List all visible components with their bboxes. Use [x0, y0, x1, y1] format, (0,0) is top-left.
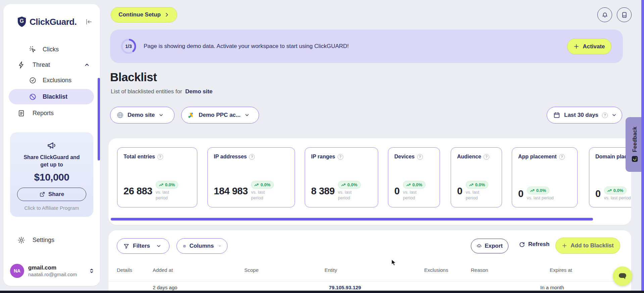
- trend-up-icon: [469, 183, 474, 187]
- banner-message: Page is showing demo data. Activate your…: [144, 30, 349, 63]
- chevron-down-icon: [244, 112, 250, 118]
- trend-badge: 0.0%: [338, 181, 361, 189]
- activate-button[interactable]: Activate: [567, 39, 611, 54]
- filter-funnel-icon: [123, 243, 130, 249]
- account-switcher[interactable]: NA gmail.com naatali.ro@gmail.com: [10, 264, 95, 278]
- collapse-sidebar-icon[interactable]: [85, 18, 93, 26]
- stat-value: 0: [595, 188, 601, 199]
- feedback-smiley-icon: [631, 155, 638, 162]
- sidebar-item-label: Blacklist: [43, 93, 67, 100]
- stat-label: Audience: [457, 154, 481, 160]
- add-to-blacklist-button[interactable]: Add to Blacklist: [555, 238, 620, 254]
- cell-expires-at: In a month: [540, 285, 564, 290]
- sidebar-item-label: Reports: [33, 110, 54, 117]
- stats-horizontal-scrollbar[interactable]: [111, 218, 593, 221]
- filters-button[interactable]: Filters: [117, 238, 169, 254]
- sidebar-item-threat[interactable]: Threat: [3, 57, 100, 72]
- stat-caption: vs. last period: [156, 190, 181, 201]
- notifications-button[interactable]: [597, 7, 612, 22]
- trend-value: 0.0%: [613, 188, 624, 193]
- ppc-account-selector[interactable]: Demo PPC ac...: [181, 107, 259, 124]
- stat-caption: vs. last period: [466, 190, 491, 201]
- column-header-added-at: Added at: [153, 267, 173, 273]
- chevron-right-icon: [164, 12, 169, 17]
- page-scrollbar[interactable]: [641, 0, 644, 293]
- chevron-up-icon: [84, 62, 90, 68]
- table-row[interactable]: 2 days ago 79.105.93.129 In a month: [108, 284, 631, 291]
- stat-caption: vs. last period: [604, 195, 631, 201]
- stat-card-ip-addresses: IP addresses ? 184 983 0.0% vs. last per…: [207, 147, 295, 207]
- trend-badge: 0.0%: [527, 187, 550, 194]
- chevron-down-icon: [611, 112, 617, 118]
- stats-panel: Total entries ? 26 883 0.0% vs. last per…: [108, 138, 631, 225]
- site-selector[interactable]: Demo site: [110, 107, 175, 124]
- book-icon: [621, 11, 628, 18]
- trend-up-icon: [341, 183, 346, 187]
- avatar: NA: [10, 264, 24, 278]
- trend-value: 0.0%: [412, 182, 423, 187]
- sidebar-scrollbar[interactable]: [98, 78, 100, 160]
- refresh-button[interactable]: Refresh: [519, 241, 549, 248]
- cloud-download-icon: [477, 243, 482, 249]
- cell-entity: 79.105.93.129: [329, 285, 361, 290]
- page-title: Blacklist: [110, 70, 157, 84]
- stat-value: 0: [518, 188, 524, 199]
- stat-caption: vs. last period: [338, 190, 363, 201]
- trend-up-icon: [607, 189, 612, 192]
- column-header-exclusions: Exclusions: [424, 267, 448, 273]
- help-icon[interactable]: ?: [249, 154, 255, 160]
- external-link-icon: [39, 191, 45, 197]
- export-label: Export: [485, 243, 503, 249]
- report-file-icon: [17, 109, 25, 117]
- trend-up-icon: [254, 183, 259, 187]
- filters-label: Filters: [133, 243, 150, 249]
- share-button[interactable]: Share: [17, 188, 86, 201]
- stat-value: 184 983: [214, 186, 248, 197]
- stat-card-app-placement: App placement ? 0 0.0% vs. last period: [512, 147, 578, 207]
- stat-label: Devices: [394, 154, 415, 160]
- svg-text:G: G: [20, 18, 24, 24]
- chevrons-up-down-icon[interactable]: [89, 267, 95, 274]
- share-button-label: Share: [48, 191, 64, 198]
- stat-label: Total entries: [123, 154, 155, 160]
- date-range-selector[interactable]: Last 30 days ?: [547, 107, 622, 124]
- docs-button[interactable]: [617, 7, 632, 22]
- demo-data-banner: 1/3 Page is showing demo data. Activate …: [110, 30, 623, 63]
- clickguard-app: G ClickGuard. Clicks Threat: [0, 0, 644, 293]
- help-icon[interactable]: ?: [559, 154, 565, 160]
- sidebar-item-clicks[interactable]: Clicks: [3, 42, 100, 57]
- sidebar-item-exclusions[interactable]: Exclusions: [3, 72, 100, 88]
- export-button[interactable]: Export: [471, 239, 508, 253]
- chevron-down-icon: [158, 112, 164, 118]
- trend-up-icon: [406, 183, 411, 187]
- trend-value: 0.0%: [475, 182, 485, 187]
- trend-value: 0.0%: [260, 182, 270, 187]
- help-icon[interactable]: ?: [602, 112, 608, 118]
- columns-button[interactable]: Columns: [177, 238, 228, 254]
- sidebar-item-settings[interactable]: Settings: [3, 232, 100, 248]
- continue-setup-button[interactable]: Continue Setup: [111, 7, 177, 22]
- plus-icon: [562, 243, 567, 248]
- help-icon[interactable]: ?: [484, 154, 489, 160]
- stat-caption: vs. last period: [527, 195, 570, 201]
- continue-setup-label: Continue Setup: [118, 11, 161, 18]
- chat-bubble-icon: [618, 272, 627, 280]
- affiliate-promo-card: Share ClickGuard and get up to $10,000 S…: [10, 132, 93, 217]
- logo: G ClickGuard.: [17, 16, 93, 28]
- ppc-account-value: Demo PPC ac...: [199, 112, 241, 118]
- bell-icon: [601, 11, 608, 18]
- sidebar-item-blacklist[interactable]: Blacklist: [9, 89, 94, 104]
- trend-value: 0.0%: [536, 188, 546, 193]
- help-icon[interactable]: ?: [157, 154, 163, 160]
- help-icon[interactable]: ?: [417, 154, 423, 160]
- column-header-scope: Scope: [244, 267, 259, 273]
- help-icon[interactable]: ?: [338, 154, 343, 160]
- chat-launcher-button[interactable]: [613, 266, 632, 286]
- sidebar-nav: Clicks Threat Exclusions: [3, 42, 100, 121]
- promo-caption: Click to Affiliate Program: [24, 205, 79, 211]
- sidebar-item-reports[interactable]: Reports: [3, 105, 100, 121]
- trend-badge: 0.0%: [466, 181, 489, 189]
- feedback-label: Feedback: [632, 127, 638, 152]
- setup-step-counter: 1/3: [120, 38, 137, 55]
- badge-check-icon: [29, 77, 37, 84]
